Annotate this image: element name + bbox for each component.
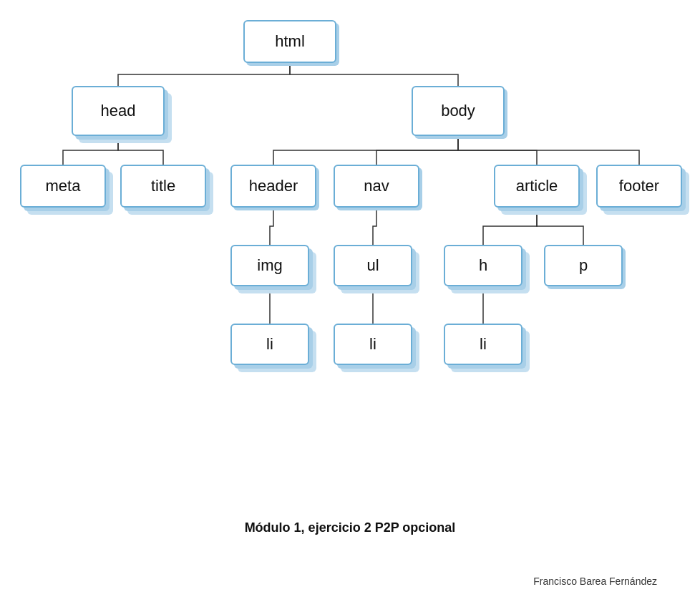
node-html: html <box>243 20 336 63</box>
node-title: title <box>120 165 206 208</box>
node-li3: li <box>444 324 522 365</box>
node-head: head <box>72 86 165 136</box>
caption: Módulo 1, ejercicio 2 P2P opcional <box>245 520 456 535</box>
footer-author: Francisco Barea Fernández <box>533 576 657 587</box>
node-meta: meta <box>20 165 106 208</box>
node-header: header <box>230 165 316 208</box>
node-h: h <box>444 245 522 286</box>
node-li2: li <box>334 324 412 365</box>
node-article: article <box>494 165 580 208</box>
node-p: p <box>544 245 623 286</box>
node-li1: li <box>230 324 309 365</box>
connector-lines <box>0 0 700 429</box>
node-nav: nav <box>334 165 419 208</box>
node-img: img <box>230 245 309 286</box>
node-ul1: ul <box>334 245 412 286</box>
diagram-container: htmlheadbodymetatitleheadernavarticlefoo… <box>0 0 700 429</box>
node-footer: footer <box>596 165 682 208</box>
node-body: body <box>412 86 505 136</box>
